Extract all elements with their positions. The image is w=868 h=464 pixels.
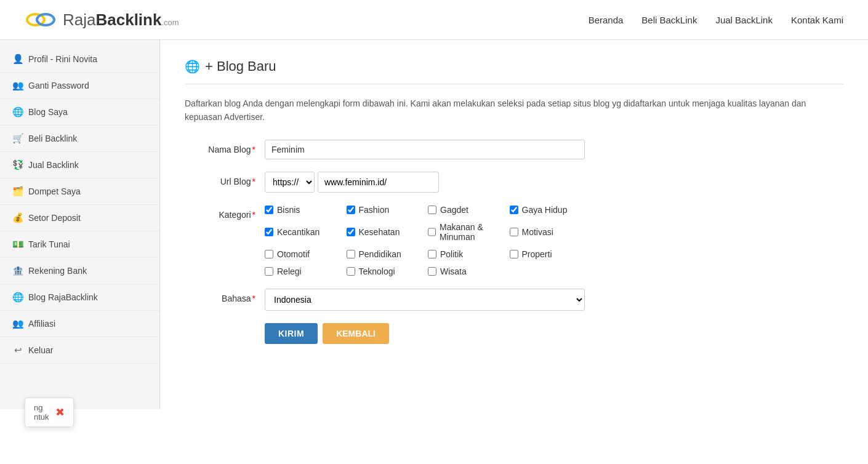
- nama-blog-input[interactable]: [265, 140, 585, 159]
- label-bisnis[interactable]: Bisnis: [277, 205, 300, 215]
- url-blog-label: Url Blog*: [185, 172, 265, 186]
- deposit-icon: 💰: [12, 212, 23, 223]
- category-kesehatan: Kesehatan: [347, 222, 422, 242]
- category-fashion: Fashion: [347, 205, 422, 215]
- label-pendidikan[interactable]: Pendidikan: [359, 249, 401, 259]
- nama-blog-row: Nama Blog*: [185, 140, 843, 159]
- checkbox-gaya-hidup[interactable]: [510, 206, 518, 214]
- sidebar-item-affiliasi[interactable]: 👥 Affiliasi: [0, 311, 159, 337]
- category-makanan: Makanan & Minuman: [428, 222, 504, 242]
- header: RajaBacklink.com Beranda Beli BackLink J…: [0, 0, 868, 40]
- main-content: 🌐 + Blog Baru Daftarkan blog Anda dengan…: [160, 40, 868, 409]
- checkbox-relegi[interactable]: [265, 267, 273, 276]
- checkbox-wisata[interactable]: [428, 267, 436, 276]
- kategori-grid: Bisnis Fashion Gagdet Gaya Hidup: [265, 205, 585, 276]
- sidebar-item-setor-deposit[interactable]: 💰 Setor Deposit: [0, 205, 159, 231]
- nav-kontak-kami[interactable]: Kontak Kami: [791, 15, 843, 25]
- label-gaya-hidup[interactable]: Gaya Hidup: [522, 205, 568, 215]
- sidebar-item-jual-backlink[interactable]: 💱 Jual Backlink: [0, 152, 159, 178]
- sidebar-item-beli-backlink[interactable]: 🛒 Beli Backlink: [0, 126, 159, 152]
- label-properti[interactable]: Properti: [522, 249, 552, 259]
- category-otomotif: Otomotif: [265, 249, 340, 259]
- label-politik[interactable]: Politik: [440, 249, 463, 259]
- checkbox-politik[interactable]: [428, 250, 436, 258]
- category-bisnis: Bisnis: [265, 205, 340, 215]
- sidebar-item-ganti-password[interactable]: 👥 Ganti Password: [0, 73, 159, 99]
- url-blog-control: https:// http://: [265, 172, 439, 193]
- title-divider: [185, 84, 843, 84]
- url-blog-input[interactable]: [318, 172, 439, 193]
- category-relegi: Relegi: [265, 266, 340, 276]
- transfer-icon: 💱: [12, 159, 23, 170]
- checkbox-gagdet[interactable]: [428, 206, 436, 214]
- nav-beranda[interactable]: Beranda: [589, 15, 624, 25]
- checkbox-teknologi[interactable]: [347, 267, 355, 276]
- sidebar-item-keluar[interactable]: ↩ Keluar: [0, 337, 159, 364]
- category-politik: Politik: [428, 249, 504, 259]
- main-layout: 👤 Profil - Rini Novita 👥 Ganti Password …: [0, 40, 868, 409]
- globe-icon: 🌐: [12, 106, 23, 118]
- label-gagdet[interactable]: Gagdet: [440, 205, 468, 215]
- label-kesehatan[interactable]: Kesehatan: [359, 227, 400, 237]
- logo-area: RajaBacklink.com: [25, 7, 179, 32]
- sidebar-item-blog-saya[interactable]: 🌐 Blog Saya: [0, 99, 159, 126]
- label-motivasi[interactable]: Motivasi: [522, 227, 553, 237]
- url-protocol-select[interactable]: https:// http://: [265, 172, 315, 193]
- category-kecantikan: Kecantikan: [265, 222, 340, 242]
- nama-blog-label: Nama Blog*: [185, 140, 265, 154]
- url-blog-row: Url Blog* https:// http://: [185, 172, 843, 193]
- nama-blog-control: [265, 140, 585, 159]
- label-kecantikan[interactable]: Kecantikan: [277, 227, 319, 237]
- label-teknologi[interactable]: Teknologi: [359, 266, 395, 276]
- checkbox-properti[interactable]: [510, 250, 518, 258]
- password-icon: 👥: [12, 80, 23, 91]
- blog-form: Nama Blog* Url Blog* https:// http://: [185, 140, 843, 344]
- category-properti: Properti: [510, 249, 585, 259]
- nav-jual-backlink[interactable]: Jual BackLink: [715, 15, 773, 25]
- bahasa-row: Bahasa* Indonesia English: [185, 289, 843, 311]
- kategori-row: Kategori* Bisnis Fashion: [185, 205, 843, 276]
- label-relegi[interactable]: Relegi: [277, 266, 302, 276]
- bahasa-select[interactable]: Indonesia English: [265, 289, 585, 311]
- checkbox-pendidikan[interactable]: [347, 250, 355, 258]
- sidebar-item-blog-rajabacklink[interactable]: 🌐 Blog RajaBacklink: [0, 284, 159, 311]
- sidebar-item-profil[interactable]: 👤 Profil - Rini Novita: [0, 46, 159, 73]
- label-makanan[interactable]: Makanan & Minuman: [440, 222, 504, 242]
- nav-beli-backlink[interactable]: Beli BackLink: [641, 15, 697, 25]
- checkbox-bisnis[interactable]: [265, 206, 273, 214]
- kirim-button[interactable]: KIRIM: [265, 323, 318, 344]
- notif-text: ng ntuk: [34, 403, 49, 409]
- notification-bubble: ng ntuk ✖: [25, 398, 74, 409]
- page-title: 🌐 + Blog Baru: [185, 58, 843, 74]
- notif-close-button[interactable]: ✖: [55, 407, 65, 409]
- category-teknologi: Teknologi: [347, 266, 422, 276]
- user-icon: 👤: [12, 54, 23, 65]
- bahasa-label: Bahasa*: [185, 289, 265, 303]
- button-row: KIRIM KEMBALI: [185, 323, 843, 344]
- logo-text: RajaBacklink.com: [63, 10, 179, 30]
- cash-icon: 💵: [12, 239, 23, 250]
- checkbox-makanan[interactable]: [428, 228, 436, 236]
- category-gagdet: Gagdet: [428, 205, 504, 215]
- blog-icon: 🌐: [12, 292, 23, 303]
- category-motivasi: Motivasi: [510, 222, 585, 242]
- page-description: Daftarkan blog Anda dengan melengkapi fo…: [185, 97, 843, 124]
- label-fashion[interactable]: Fashion: [359, 205, 390, 215]
- checkbox-kecantikan[interactable]: [265, 228, 273, 236]
- sidebar-item-tarik-tunai[interactable]: 💵 Tarik Tunai: [0, 231, 159, 258]
- checkbox-motivasi[interactable]: [510, 228, 518, 236]
- main-nav: Beranda Beli BackLink Jual BackLink Kont…: [589, 15, 843, 25]
- wallet-icon: 🗂️: [12, 186, 23, 197]
- label-wisata[interactable]: Wisata: [440, 266, 467, 276]
- kategori-control: Bisnis Fashion Gagdet Gaya Hidup: [265, 205, 585, 276]
- logo-icon: [25, 7, 57, 32]
- affiliasi-icon: 👥: [12, 318, 23, 329]
- sidebar-item-rekening-bank[interactable]: 🏦 Rekening Bank: [0, 258, 159, 284]
- checkbox-fashion[interactable]: [347, 206, 355, 214]
- sidebar-item-dompet-saya[interactable]: 🗂️ Dompet Saya: [0, 178, 159, 205]
- label-otomotif[interactable]: Otomotif: [277, 249, 310, 259]
- logout-icon: ↩: [12, 345, 23, 356]
- checkbox-kesehatan[interactable]: [347, 228, 355, 236]
- checkbox-otomotif[interactable]: [265, 250, 273, 258]
- kembali-button[interactable]: KEMBALI: [323, 323, 389, 344]
